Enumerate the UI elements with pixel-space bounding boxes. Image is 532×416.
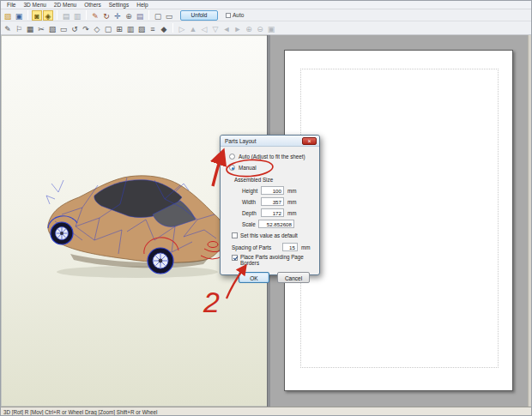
auto-unfold-checkbox[interactable]: Auto xyxy=(226,12,244,18)
edit-tool-icon[interactable]: ⊞ xyxy=(114,23,124,33)
paint-icon[interactable]: ✎ xyxy=(90,10,100,21)
vertical-scrollbar[interactable] xyxy=(528,35,532,407)
dialog-body: Auto (Adjust to fit the sheet) Manual As… xyxy=(221,147,319,276)
toolbar-main: ▨ ▣ ◙ ◈ ▤ ▥ ✎ ↻ ✛ ⊕ ▤ ▢ ▭ Unfold Auto xyxy=(1,9,532,21)
width-input[interactable]: 357 xyxy=(261,197,284,206)
disabled-tool-icon: ► xyxy=(233,23,243,33)
edit-tool-icon[interactable]: ↺ xyxy=(70,23,80,33)
width-unit: mm xyxy=(287,199,297,205)
avoid-borders-checkbox[interactable] xyxy=(232,255,238,261)
avoid-borders-label[interactable]: Place Parts avoiding Page Borders xyxy=(240,255,314,267)
height-input[interactable]: 100 xyxy=(261,186,284,195)
dialog-titlebar[interactable]: Parts Layout × xyxy=(221,136,319,147)
assembled-size-label: Assembled Size xyxy=(234,177,273,183)
height-label: Height xyxy=(242,188,257,194)
edit-tool-icon[interactable]: ≡ xyxy=(148,23,158,33)
disabled-tool-icon: ▣ xyxy=(266,23,276,33)
edit-tool-icon[interactable]: ◇ xyxy=(92,23,102,33)
zoom-icon[interactable]: ⊕ xyxy=(124,10,134,21)
edit-tool-icon[interactable]: ◆ xyxy=(159,23,169,33)
edit-tool-icon[interactable]: ▥ xyxy=(125,23,136,33)
texture-view-icon[interactable]: ◙ xyxy=(32,10,42,21)
rotate-icon[interactable]: ↻ xyxy=(101,10,112,21)
disabled-tool-icon: ▷ xyxy=(177,23,187,33)
disabled-tool-icon: ▲ xyxy=(188,23,198,33)
spacing-input[interactable]: 15 xyxy=(282,243,298,251)
edit-tool-icon[interactable]: ↷ xyxy=(81,23,91,33)
disabled-tool-icon: ◄ xyxy=(221,23,232,33)
radio-auto[interactable] xyxy=(229,154,235,160)
menu-bar: File 3D Menu 2D Menu Others Settings Hel… xyxy=(1,1,532,9)
radio-manual[interactable] xyxy=(229,165,235,171)
cancel-button[interactable]: Cancel xyxy=(277,272,310,283)
radio-auto-label[interactable]: Auto (Adjust to fit the sheet) xyxy=(239,154,305,160)
scale-input[interactable]: 52.852608 xyxy=(258,220,294,228)
edit-tool-icon[interactable]: ✂ xyxy=(36,23,46,33)
set-default-checkbox[interactable] xyxy=(232,232,238,238)
open-folder-icon[interactable]: ▨ xyxy=(3,10,13,21)
page-portrait-icon[interactable]: ▢ xyxy=(153,10,163,21)
edit-tool-icon[interactable]: ✎ xyxy=(3,23,13,33)
menu-3d[interactable]: 3D Menu xyxy=(20,2,49,8)
save-icon[interactable]: ▣ xyxy=(14,10,24,21)
edit-tool-icon[interactable]: ▢ xyxy=(103,23,113,33)
parts-layout-dialog: Parts Layout × Auto (Adjust to fit the s… xyxy=(220,135,320,275)
height-unit: mm xyxy=(287,188,297,194)
toolbar-secondary: ✎⚐▦✂▧▭↺↷◇▢⊞▥▨≡◆ ▷▲◁▽◄►⊕⊖▣ xyxy=(1,21,532,35)
dialog-title: Parts Layout xyxy=(225,138,257,144)
print-icon[interactable]: ▤ xyxy=(61,10,71,21)
disabled-tool-icon: ⊖ xyxy=(255,23,265,33)
layers-icon[interactable]: ▤ xyxy=(135,10,145,21)
toolbar-separator xyxy=(172,23,173,33)
set-default-label[interactable]: Set this value as default xyxy=(240,232,298,238)
spacing-label: Spacing of Parts xyxy=(232,244,271,250)
depth-unit: mm xyxy=(287,210,297,216)
menu-others[interactable]: Others xyxy=(81,2,105,8)
menu-help[interactable]: Help xyxy=(133,2,151,8)
show-edges-icon[interactable]: ◈ xyxy=(43,10,53,21)
disabled-tool-icon: ◁ xyxy=(199,23,209,33)
edit-tool-icon[interactable]: ▦ xyxy=(25,23,35,33)
ok-button[interactable]: OK xyxy=(239,272,269,283)
sheet-margin xyxy=(300,69,499,368)
spacing-unit: mm xyxy=(301,244,311,250)
menu-2d[interactable]: 2D Menu xyxy=(51,2,80,8)
unfold-button[interactable]: Unfold xyxy=(180,10,218,21)
disabled-tool-icon: ▽ xyxy=(210,23,221,33)
close-icon[interactable]: × xyxy=(302,137,317,145)
page-landscape-icon[interactable]: ▭ xyxy=(164,10,174,21)
edit-tool-icon[interactable]: ▧ xyxy=(47,23,57,33)
depth-input[interactable]: 172 xyxy=(261,208,284,217)
disabled-tool-icon: ⊕ xyxy=(244,23,254,33)
car-3d-model xyxy=(45,170,233,283)
auto-checkbox-box[interactable] xyxy=(226,13,231,18)
menu-settings[interactable]: Settings xyxy=(106,2,133,8)
edit-tool-icon[interactable]: ⚐ xyxy=(14,23,24,33)
edit-tool-icon[interactable]: ▨ xyxy=(136,23,147,33)
toolbar-separator xyxy=(148,10,149,20)
toolbar-separator xyxy=(86,10,87,20)
status-bar: 3D [Rot] R [Mov] Ctrl+R or Wheel Drag [Z… xyxy=(1,407,532,416)
edit-tool-icon[interactable]: ▭ xyxy=(58,23,69,33)
auto-checkbox-label: Auto xyxy=(233,12,244,18)
move-icon[interactable]: ✛ xyxy=(112,10,123,21)
radio-manual-label[interactable]: Manual xyxy=(239,165,257,171)
toolbar-separator xyxy=(27,10,28,20)
pepakura-window: File 3D Menu 2D Menu Others Settings Hel… xyxy=(0,0,532,416)
depth-label: Depth xyxy=(242,210,257,216)
scale-label: Scale xyxy=(242,221,256,227)
status-text: 3D [Rot] R [Mov] Ctrl+R or Wheel Drag [Z… xyxy=(3,409,158,415)
toolbar-separator xyxy=(57,10,57,20)
menu-file[interactable]: File xyxy=(3,2,19,8)
width-label: Width xyxy=(242,199,256,205)
export-icon[interactable]: ▥ xyxy=(72,10,82,21)
